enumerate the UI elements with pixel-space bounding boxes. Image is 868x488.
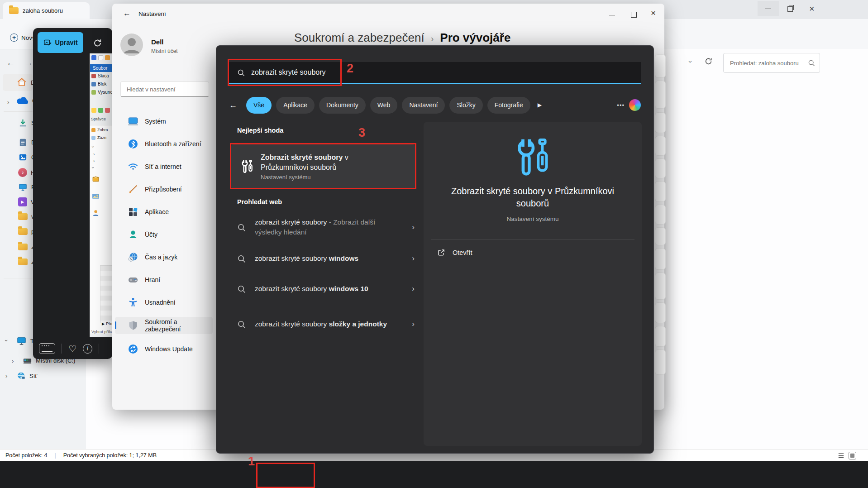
web-suggestion[interactable]: zobrazit skryté soubory windows 10 › (229, 272, 421, 306)
filter-chip-row: ← Vše Aplikace Dokumenty Web Nastavení S… (229, 96, 641, 114)
filter-chip-settings[interactable]: Nastavení (402, 97, 445, 114)
open-folder-icon[interactable] (105, 55, 110, 60)
info-icon[interactable]: i (83, 344, 92, 354)
apps-icon (128, 206, 138, 217)
more-filters-icon[interactable]: ▶ (538, 102, 542, 108)
avatar[interactable] (120, 33, 143, 56)
explorer-tab-title: zaloha souboru (23, 7, 63, 14)
status-items-count: Počet položek: 4 (5, 452, 47, 459)
sidebar-item-folder[interactable]: z (18, 244, 34, 250)
add-icon[interactable] (98, 108, 103, 113)
sidebar-item-gaming[interactable]: Hraní (115, 271, 213, 288)
network-icon (16, 371, 26, 381)
search-icon (237, 320, 246, 329)
cad-menu-item[interactable]: Vysuno (91, 90, 113, 95)
chevron-right-icon[interactable]: › (7, 99, 9, 105)
web-suggestion[interactable]: zobrazit skryté soubory - Zobrazit další… (229, 211, 421, 244)
explorer-search-box[interactable]: Prohledat: zaloha souboru (723, 53, 820, 73)
restore-icon[interactable] (787, 6, 793, 12)
cad-tab[interactable]: Zázn (91, 135, 106, 140)
chevron-right-icon[interactable]: › (12, 358, 14, 364)
sidebar-item-folder[interactable]: z (18, 258, 34, 265)
sidebar-item-privacy-security[interactable]: Soukromí a zabezpečení (115, 317, 213, 334)
settings-card-edge (655, 349, 666, 375)
ellipsis-menu-icon[interactable]: ••• (617, 102, 625, 109)
sidebar-item-network-internet[interactable]: Síť a internet (115, 158, 213, 175)
sidebar-item-network[interactable]: Síť (16, 371, 37, 381)
disk-icon (23, 356, 32, 364)
filter-chip-apps[interactable]: Aplikace (276, 97, 315, 114)
chevron-down-icon[interactable]: › (3, 340, 10, 341)
tree-expand-icon[interactable]: › (91, 167, 95, 168)
back-arrow-icon[interactable]: ← (229, 100, 242, 110)
tree-collapse-icon[interactable]: › (93, 158, 95, 163)
minimize-icon[interactable] (765, 9, 771, 9)
sidebar-item-music[interactable]: ♪ H (18, 168, 35, 177)
copilot-icon[interactable] (629, 99, 641, 111)
web-suggestion[interactable]: zobrazit skryté soubory windows › (229, 247, 421, 270)
videos-icon: ▶ (18, 197, 27, 206)
sidebar-divider (4, 111, 33, 112)
maximize-icon[interactable] (631, 12, 637, 18)
tree-collapse-icon[interactable]: › (93, 152, 95, 157)
sidebar-item-this-pc[interactable]: T (16, 336, 34, 346)
cad-menu-item[interactable]: Blok (91, 81, 106, 86)
sidebar-item-time-language[interactable]: Čas a jazyk (115, 249, 213, 266)
bulb-icon[interactable] (91, 108, 96, 113)
cad-footer-play[interactable]: ▶ Pře (102, 321, 112, 326)
filter-chip-all[interactable]: Vše (246, 97, 272, 114)
address-chevron-down-icon[interactable]: › (687, 61, 695, 63)
forward-arrow-icon[interactable]: → (24, 58, 33, 68)
explorer-tab[interactable]: zaloha souboru (3, 2, 90, 19)
gamepad-icon (128, 274, 138, 285)
new-file-icon[interactable] (98, 55, 103, 60)
heart-icon[interactable]: ♡ (68, 343, 76, 354)
sidebar-item-system[interactable]: Systém (115, 113, 213, 130)
folder-icon (9, 7, 19, 14)
breadcrumb-separator: › (431, 33, 434, 44)
sidebar-item-videos[interactable]: ▶ V (18, 197, 35, 206)
filter-chip-web[interactable]: Web (370, 97, 398, 114)
chevron-right-icon[interactable]: › (5, 373, 7, 379)
edit-button[interactable]: Upravit (38, 32, 83, 53)
documents-icon (18, 138, 28, 147)
sidebar-item-accounts[interactable]: Účty (115, 226, 213, 243)
remove-icon[interactable] (105, 108, 110, 113)
cad-tab[interactable]: Zobra (91, 128, 108, 132)
tree-expand-icon[interactable]: › (91, 146, 95, 148)
selected-indicator (115, 321, 116, 329)
rotate-icon[interactable] (93, 38, 103, 48)
filter-chip-photos[interactable]: Fotografie (487, 97, 530, 114)
back-arrow-icon[interactable]: ← (123, 9, 131, 18)
box-part-icon (92, 175, 100, 183)
settings-search-box[interactable]: Hledat v nastavení (120, 81, 209, 97)
cad-menu-file[interactable]: Soubor (90, 64, 113, 72)
preview-subtitle: Nastavení systému (435, 215, 630, 222)
sidebar-item-folder[interactable]: p (18, 228, 34, 235)
view-thumbnails-icon[interactable] (849, 452, 856, 459)
new-button[interactable]: + Nový (10, 31, 35, 44)
breadcrumb-section[interactable]: Soukromí a zabezpečení (294, 31, 424, 45)
sidebar-item-windows-update[interactable]: Windows Update (115, 340, 213, 358)
minimize-icon[interactable] (609, 15, 615, 15)
sidebar-item-home[interactable]: D (16, 77, 35, 88)
sidebar-item-apps[interactable]: Aplikace (115, 203, 213, 220)
open-action[interactable]: Otevřít (437, 249, 472, 257)
view-list-icon[interactable] (837, 452, 845, 459)
cad-menu-item[interactable]: Skica (91, 73, 109, 78)
back-arrow-icon[interactable]: ← (6, 58, 15, 68)
close-icon[interactable]: × (651, 8, 656, 18)
web-suggestion[interactable]: zobrazit skryté soubory složky a jednotk… (229, 307, 421, 341)
filter-chip-documents[interactable]: Dokumenty (319, 97, 366, 114)
sidebar-item-accessibility[interactable]: Usnadnění (115, 294, 213, 311)
page-icon (91, 136, 95, 140)
touch-keyboard-icon[interactable] (39, 343, 55, 354)
sidebar-item-folder[interactable]: v (18, 213, 34, 220)
settings-card-edge (655, 181, 666, 202)
chevron-right-icon: › (412, 254, 415, 263)
sidebar-item-personalization[interactable]: Přizpůsobení (115, 181, 213, 198)
filter-chip-folders[interactable]: Složky (449, 97, 482, 114)
sidebar-item-bluetooth[interactable]: Bluetooth a zařízení (115, 135, 213, 153)
refresh-icon[interactable] (704, 57, 713, 66)
close-icon[interactable]: × (809, 4, 815, 14)
